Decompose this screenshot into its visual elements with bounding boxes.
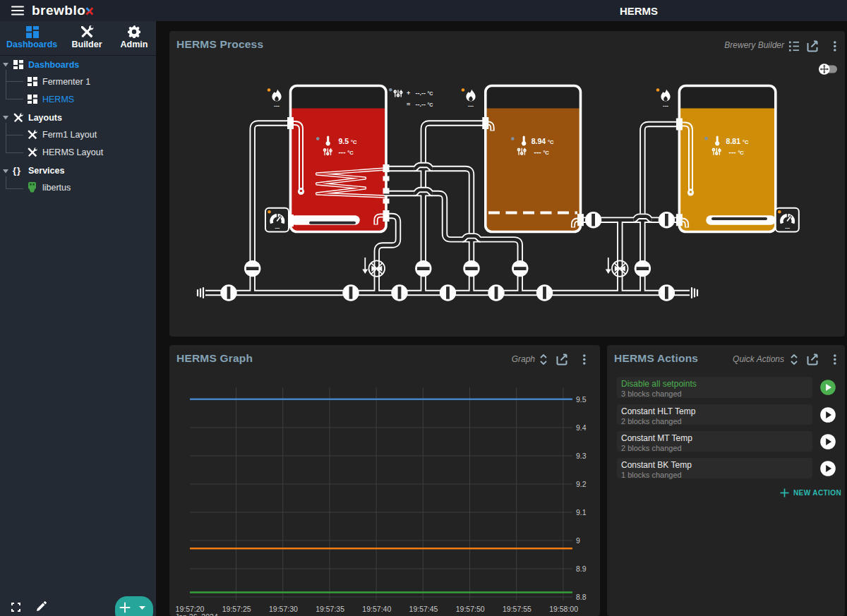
svg-text:19:57:30: 19:57:30 — [269, 605, 298, 613]
svg-text:19:57:50: 19:57:50 — [456, 605, 485, 613]
svg-text:9: 9 — [576, 536, 580, 545]
svg-text:+: + — [407, 90, 410, 97]
svg-text:--- °C: --- °C — [339, 148, 354, 156]
svg-text:--- °C: --- °C — [534, 148, 550, 156]
svg-text:---: --- — [663, 102, 668, 109]
svg-text:8.8: 8.8 — [576, 593, 587, 601]
svg-text:8.9: 8.9 — [576, 564, 587, 573]
svg-text:19:57:40: 19:57:40 — [362, 605, 391, 613]
svg-text:19:57:45: 19:57:45 — [409, 605, 438, 613]
svg-text:---: --- — [274, 102, 280, 109]
svg-text:19:57:35: 19:57:35 — [316, 605, 344, 613]
svg-text:Jan 26, 2024: Jan 26, 2024 — [175, 612, 218, 616]
svg-text:19:57:55: 19:57:55 — [503, 605, 531, 613]
svg-text:=: = — [407, 101, 410, 108]
svg-text:19:57:25: 19:57:25 — [222, 605, 251, 613]
svg-text:--.-- °C: --.-- °C — [416, 90, 433, 97]
svg-text:9.4: 9.4 — [576, 423, 587, 432]
svg-text:9.2: 9.2 — [576, 480, 587, 488]
svg-text:9.3: 9.3 — [576, 452, 587, 460]
svg-text:---: --- — [468, 102, 474, 109]
svg-text:---: --- — [275, 225, 280, 230]
svg-text:---: --- — [785, 225, 790, 230]
svg-text:--- °C: --- °C — [729, 148, 745, 156]
svg-text:9.1: 9.1 — [576, 508, 587, 517]
svg-text:19:58:00: 19:58:00 — [549, 605, 578, 613]
svg-text:19:57:20: 19:57:20 — [176, 605, 205, 613]
svg-text:9.5: 9.5 — [576, 395, 587, 404]
svg-text:--.-- °C: --.-- °C — [416, 101, 433, 108]
